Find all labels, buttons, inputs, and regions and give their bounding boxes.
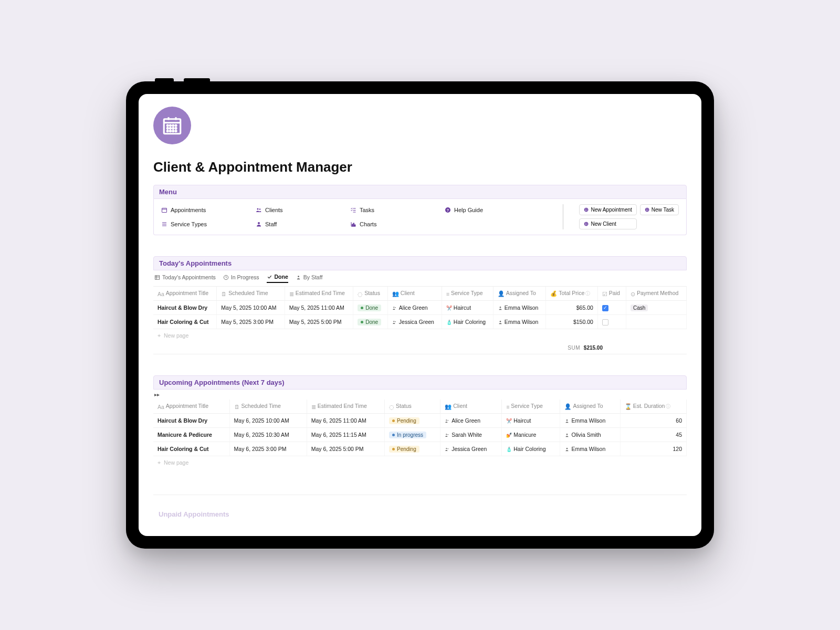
cell-title[interactable]: Hair Coloring & Cut [153, 315, 217, 329]
cell-total-price: $150.00 [546, 315, 598, 329]
menu-item-clients[interactable]: Clients [256, 204, 334, 215]
cell-client[interactable]: Sarah White [440, 428, 502, 442]
menu-item-charts[interactable]: Charts [350, 218, 429, 229]
status-badge: Done [358, 319, 381, 326]
checkbox-icon[interactable] [602, 305, 608, 311]
table-row[interactable]: Hair Coloring & Cut May 5, 2025 3:00 PM … [153, 315, 687, 329]
info-icon: ⓘ [585, 291, 590, 296]
cell-total-price: $65.00 [546, 301, 598, 315]
col-paid[interactable]: ☑Paid [597, 287, 626, 301]
svg-point-50 [566, 434, 568, 435]
cell-payment-method[interactable]: Cash [626, 301, 686, 315]
cell-status[interactable]: In progress [385, 428, 440, 442]
svg-point-41 [499, 307, 501, 308]
svg-rect-31 [352, 224, 353, 226]
cell-assigned-to[interactable]: Emma Wilson [493, 315, 546, 329]
cell-paid[interactable] [597, 301, 626, 315]
menu-item-staff[interactable]: Staff [256, 218, 334, 229]
payment-tag: Cash [631, 304, 648, 311]
new-client-button[interactable]: ⊕ New Client [579, 218, 636, 229]
col-client[interactable]: 👥Client [387, 287, 442, 301]
tab-todays-appointments[interactable]: Today's Appointments [154, 274, 216, 283]
status-badge: Pending [389, 446, 419, 453]
table-row[interactable]: Hair Coloring & Cut May 6, 2025 3:00 PM … [153, 442, 687, 456]
cell-client[interactable]: Alice Green [387, 301, 442, 315]
menu-item-label: Tasks [360, 207, 374, 213]
status-icon: ◌ [358, 291, 363, 297]
cell-client[interactable]: Jessica Green [387, 315, 442, 329]
col-assigned-to[interactable]: 👤Assigned To [493, 287, 546, 301]
new-appointment-button[interactable]: ⊕ New Appointment [579, 204, 636, 215]
col-scheduled[interactable]: 🗓Scheduled Time [217, 287, 285, 301]
cell-assigned-to[interactable]: Emma Wilson [560, 414, 620, 428]
cell-status[interactable]: Pending [385, 414, 440, 428]
svg-point-46 [448, 420, 449, 421]
cell-scheduled: May 5, 2025 10:00 AM [217, 301, 285, 315]
new-page-button[interactable]: + New page [153, 329, 687, 342]
col-title[interactable]: AaAppointment Title [153, 400, 229, 414]
col-payment-method[interactable]: ⊙Payment Method [626, 287, 686, 301]
cell-title[interactable]: Manicure & Pedicure [153, 428, 229, 442]
cell-est-end: May 5, 2025 11:00 AM [285, 301, 353, 315]
cell-status[interactable]: Pending [385, 442, 440, 456]
cell-service-type[interactable]: 💅Manicure [502, 428, 560, 442]
cell-service-type[interactable]: 🧴Hair Coloring [442, 315, 493, 329]
fast-forward-icon[interactable]: ▸▸ [153, 390, 687, 400]
svg-point-49 [448, 434, 449, 435]
col-service-type[interactable]: ≡Service Type [442, 287, 493, 301]
upcoming-table: AaAppointment Title 🗓Scheduled Time ≣Est… [153, 400, 687, 456]
col-est-end[interactable]: ≣Estimated End Time [307, 400, 384, 414]
col-est-duration[interactable]: ⌛Est. Durationⓘ [620, 400, 686, 414]
hourglass-icon: ⌛ [625, 403, 632, 410]
col-service-type[interactable]: ≡Service Type [502, 400, 560, 414]
cell-scheduled: May 6, 2025 3:00 PM [229, 442, 307, 456]
tab-by-staff[interactable]: By Staff [296, 274, 323, 283]
sum-value: $215.00 [584, 345, 603, 351]
cell-scheduled: May 6, 2025 10:30 AM [229, 428, 307, 442]
cell-payment-method[interactable] [626, 315, 686, 329]
cell-paid[interactable] [597, 315, 626, 329]
cell-status[interactable]: Done [353, 315, 388, 329]
svg-point-45 [446, 419, 447, 421]
col-title[interactable]: AaAppointment Title [153, 287, 217, 301]
tab-done[interactable]: Done [267, 274, 288, 283]
table-row[interactable]: Haircut & Blow Dry May 5, 2025 10:00 AM … [153, 301, 687, 315]
cell-title[interactable]: Haircut & Blow Dry [153, 414, 229, 428]
new-task-button[interactable]: ⊕ New Task [640, 204, 679, 215]
cell-service-type[interactable]: ✂️Haircut [502, 414, 560, 428]
checkbox-icon[interactable] [602, 319, 608, 326]
svg-point-40 [395, 307, 396, 308]
todays-tabs: Today's Appointments In Progress Done By… [153, 270, 687, 287]
cell-status[interactable]: Done [353, 301, 388, 315]
table-row[interactable]: Haircut & Blow Dry May 6, 2025 10:00 AM … [153, 414, 687, 428]
person-icon: 👤 [564, 403, 571, 410]
menu-item-appointments[interactable]: Appointments [161, 204, 240, 215]
tab-in-progress[interactable]: In Progress [223, 274, 259, 283]
info-icon: ⓘ [666, 404, 670, 409]
col-status[interactable]: ◌Status [385, 400, 440, 414]
col-total-price[interactable]: 💰Total Priceⓘ [546, 287, 598, 301]
menu-item-help-guide[interactable]: ? Help Guide [445, 204, 523, 215]
person-icon: 👤 [498, 290, 505, 297]
cell-title[interactable]: Hair Coloring & Cut [153, 442, 229, 456]
table-row[interactable]: Manicure & Pedicure May 6, 2025 10:30 AM… [153, 428, 687, 442]
cell-service-type[interactable]: ✂️Haircut [442, 301, 493, 315]
col-status[interactable]: ◌Status [353, 287, 388, 301]
help-icon: ? [445, 207, 451, 213]
col-assigned-to[interactable]: 👤Assigned To [560, 400, 620, 414]
cell-service-type[interactable]: 🧴Hair Coloring [502, 442, 560, 456]
tab-label: Today's Appointments [162, 274, 216, 280]
cell-client[interactable]: Jessica Green [440, 442, 502, 456]
cell-assigned-to[interactable]: Emma Wilson [493, 301, 546, 315]
person-icon [564, 447, 570, 452]
cell-client[interactable]: Alice Green [440, 414, 502, 428]
menu-item-tasks[interactable]: Tasks [350, 204, 429, 215]
cell-assigned-to[interactable]: Emma Wilson [560, 442, 620, 456]
col-scheduled[interactable]: 🗓Scheduled Time [229, 400, 307, 414]
new-page-button[interactable]: + New page [153, 456, 687, 469]
cell-assigned-to[interactable]: Olivia Smith [560, 428, 620, 442]
col-client[interactable]: 👥Client [440, 400, 502, 414]
col-est-end[interactable]: ≣Estimated End Time [285, 287, 353, 301]
cell-title[interactable]: Haircut & Blow Dry [153, 301, 217, 315]
menu-item-service-types[interactable]: Service Types [161, 218, 240, 229]
